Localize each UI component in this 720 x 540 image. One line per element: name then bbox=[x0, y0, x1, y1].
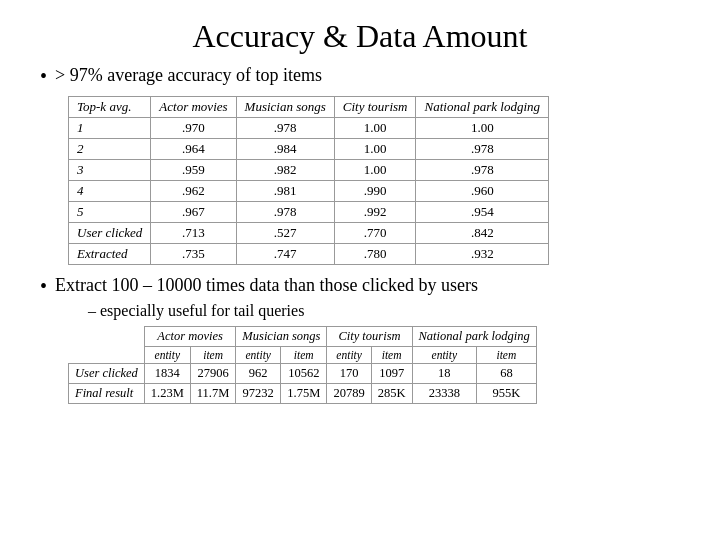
table-cell: Final result bbox=[69, 384, 145, 404]
col-city: City tourism bbox=[334, 97, 416, 118]
table-cell: 20789 bbox=[327, 384, 371, 404]
table-cell: 1.00 bbox=[334, 118, 416, 139]
table-cell: .959 bbox=[151, 160, 236, 181]
col2-national: National park lodging bbox=[412, 327, 536, 347]
table2-wrapper: Actor movies Musician songs City tourism… bbox=[68, 326, 680, 404]
col2-actor: Actor movies bbox=[144, 327, 236, 347]
table2-body: User clicked1834279069621056217010971868… bbox=[69, 364, 537, 404]
col2-actor-entity: entity bbox=[144, 347, 190, 364]
table-cell: 170 bbox=[327, 364, 371, 384]
table-cell: 18 bbox=[412, 364, 477, 384]
table-row: 4.962.981.990.960 bbox=[69, 181, 549, 202]
table-cell: User clicked bbox=[69, 364, 145, 384]
table-cell: .978 bbox=[416, 139, 549, 160]
col2-city-entity: entity bbox=[327, 347, 371, 364]
table-cell: 4 bbox=[69, 181, 151, 202]
table-cell: .747 bbox=[236, 244, 334, 265]
col2-musician-item: item bbox=[281, 347, 327, 364]
col2-musician-entity: entity bbox=[236, 347, 281, 364]
col-national: National park lodging bbox=[416, 97, 549, 118]
table-cell: .932 bbox=[416, 244, 549, 265]
table-cell: .964 bbox=[151, 139, 236, 160]
table-cell: .842 bbox=[416, 223, 549, 244]
col2-sub-empty bbox=[69, 347, 145, 364]
table-cell: .978 bbox=[236, 202, 334, 223]
table-row: Extracted.735.747.780.932 bbox=[69, 244, 549, 265]
table-cell: .970 bbox=[151, 118, 236, 139]
col-actor: Actor movies bbox=[151, 97, 236, 118]
table1-body: 1.970.9781.001.002.964.9841.00.9783.959.… bbox=[69, 118, 549, 265]
table1-header-row: Top-k avg. Actor movies Musician songs C… bbox=[69, 97, 549, 118]
table-cell: .527 bbox=[236, 223, 334, 244]
table-cell: 11.7M bbox=[190, 384, 236, 404]
bullet2-text: Extract 100 – 10000 times data than thos… bbox=[55, 275, 478, 296]
table-cell: .713 bbox=[151, 223, 236, 244]
table-cell: 1834 bbox=[144, 364, 190, 384]
table-cell: .984 bbox=[236, 139, 334, 160]
table-cell: 10562 bbox=[281, 364, 327, 384]
table-cell: .780 bbox=[334, 244, 416, 265]
table-row: 3.959.9821.00.978 bbox=[69, 160, 549, 181]
table-cell: 1.75M bbox=[281, 384, 327, 404]
table-row: User clicked.713.527.770.842 bbox=[69, 223, 549, 244]
col2-city: City tourism bbox=[327, 327, 412, 347]
table-cell: User clicked bbox=[69, 223, 151, 244]
page-title: Accuracy & Data Amount bbox=[40, 18, 680, 55]
col2-national-entity: entity bbox=[412, 347, 477, 364]
table-cell: 962 bbox=[236, 364, 281, 384]
accuracy-table: Top-k avg. Actor movies Musician songs C… bbox=[68, 96, 549, 265]
bullet2-subtext: – especially useful for tail queries bbox=[88, 302, 680, 320]
table-row: Final result1.23M11.7M972321.75M20789285… bbox=[69, 384, 537, 404]
bullet1-section: • > 97% average accuracy of top items bbox=[40, 65, 680, 88]
col-musician: Musician songs bbox=[236, 97, 334, 118]
table-cell: .962 bbox=[151, 181, 236, 202]
table-cell: 1.23M bbox=[144, 384, 190, 404]
data-amount-table: Actor movies Musician songs City tourism… bbox=[68, 326, 537, 404]
table-cell: 1 bbox=[69, 118, 151, 139]
table-cell: .990 bbox=[334, 181, 416, 202]
table-cell: .981 bbox=[236, 181, 334, 202]
bullet2-icon: • bbox=[40, 275, 47, 298]
table-cell: .978 bbox=[416, 160, 549, 181]
table2-header-top: Actor movies Musician songs City tourism… bbox=[69, 327, 537, 347]
col2-actor-item: item bbox=[190, 347, 236, 364]
col-topk: Top-k avg. bbox=[69, 97, 151, 118]
col2-musician: Musician songs bbox=[236, 327, 327, 347]
table-cell: .992 bbox=[334, 202, 416, 223]
bullet2-section: • Extract 100 – 10000 times data than th… bbox=[40, 275, 680, 298]
table-row: User clicked1834279069621056217010971868 bbox=[69, 364, 537, 384]
table-cell: .954 bbox=[416, 202, 549, 223]
table-cell: 5 bbox=[69, 202, 151, 223]
table-cell: 1.00 bbox=[334, 160, 416, 181]
bullet1-text: > 97% average accuracy of top items bbox=[55, 65, 322, 86]
table2-header-sub: entity item entity item entity item enti… bbox=[69, 347, 537, 364]
table-cell: .770 bbox=[334, 223, 416, 244]
table-cell: .978 bbox=[236, 118, 334, 139]
bullet1-icon: • bbox=[40, 65, 47, 88]
table-cell: 1.00 bbox=[416, 118, 549, 139]
table-cell: 2 bbox=[69, 139, 151, 160]
table-row: 5.967.978.992.954 bbox=[69, 202, 549, 223]
table-cell: 23338 bbox=[412, 384, 477, 404]
table-cell: 3 bbox=[69, 160, 151, 181]
table-cell: 1.00 bbox=[334, 139, 416, 160]
table-row: 1.970.9781.001.00 bbox=[69, 118, 549, 139]
table-cell: .967 bbox=[151, 202, 236, 223]
table-cell: .982 bbox=[236, 160, 334, 181]
col2-city-item: item bbox=[371, 347, 412, 364]
main-page: Accuracy & Data Amount • > 97% average a… bbox=[0, 0, 720, 540]
table1-wrapper: Top-k avg. Actor movies Musician songs C… bbox=[68, 96, 680, 265]
table-cell: Extracted bbox=[69, 244, 151, 265]
col2-empty bbox=[69, 327, 145, 347]
table-cell: 68 bbox=[477, 364, 537, 384]
table-cell: 97232 bbox=[236, 384, 281, 404]
col2-national-item: item bbox=[477, 347, 537, 364]
table-cell: .960 bbox=[416, 181, 549, 202]
table-cell: .735 bbox=[151, 244, 236, 265]
table-cell: 1097 bbox=[371, 364, 412, 384]
table-cell: 27906 bbox=[190, 364, 236, 384]
table-cell: 285K bbox=[371, 384, 412, 404]
table-cell: 955K bbox=[477, 384, 537, 404]
table-row: 2.964.9841.00.978 bbox=[69, 139, 549, 160]
